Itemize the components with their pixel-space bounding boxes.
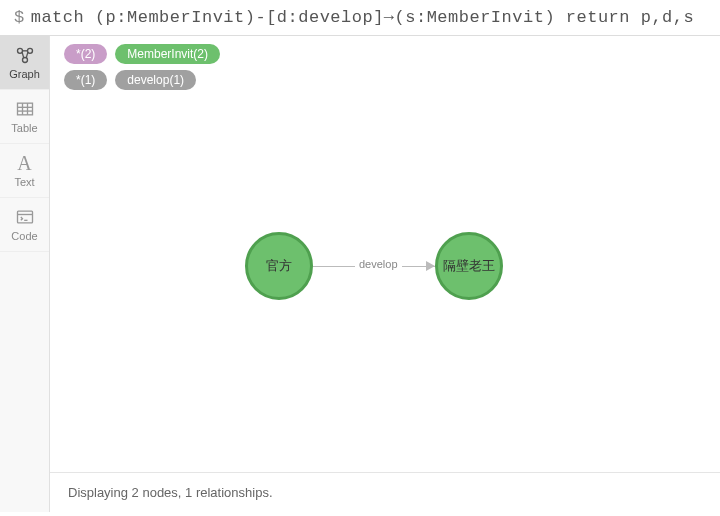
graph-node[interactable]: 隔壁老王 — [435, 232, 503, 300]
node-filter-row: *(2) MemberInvit(2) — [50, 36, 720, 68]
code-icon — [15, 207, 35, 227]
rel-filter-row: *(1) develop(1) — [50, 68, 720, 94]
main-panel: *(2) MemberInvit(2) *(1) develop(1) deve… — [50, 36, 720, 512]
filter-pill-all-nodes[interactable]: *(2) — [64, 44, 107, 64]
tab-graph[interactable]: Graph — [0, 36, 49, 90]
edge-label[interactable]: develop — [355, 258, 402, 270]
tab-label: Code — [11, 230, 37, 242]
view-tabs-sidebar: Graph Table A Text Code — [0, 36, 50, 512]
graph-node[interactable]: 官方 — [245, 232, 313, 300]
tab-label: Graph — [9, 68, 40, 80]
svg-rect-6 — [17, 103, 32, 115]
filter-pill-all-rels[interactable]: *(1) — [64, 70, 107, 90]
edge-arrow-icon — [426, 261, 435, 271]
text-icon: A — [17, 153, 31, 173]
tab-label: Table — [11, 122, 37, 134]
graph-canvas[interactable]: develop 官方 隔壁老王 — [50, 94, 720, 472]
filter-pill-develop[interactable]: develop(1) — [115, 70, 196, 90]
tab-text[interactable]: A Text — [0, 144, 49, 198]
prompt-symbol: $ — [14, 8, 25, 27]
svg-rect-11 — [17, 211, 32, 223]
svg-point-2 — [22, 58, 27, 63]
filter-pill-memberinvit[interactable]: MemberInvit(2) — [115, 44, 220, 64]
content: Graph Table A Text Code *(2) Me — [0, 36, 720, 512]
node-label: 官方 — [266, 257, 292, 275]
svg-line-3 — [22, 52, 24, 58]
status-text: Displaying 2 nodes, 1 relationships. — [68, 485, 273, 500]
node-label: 隔壁老王 — [443, 257, 495, 275]
svg-line-4 — [26, 52, 28, 58]
table-icon — [15, 99, 35, 119]
tab-label: Text — [14, 176, 34, 188]
query-text: match (p:MemberInvit)-[d:develop]→(s:Mem… — [31, 8, 695, 27]
status-footer: Displaying 2 nodes, 1 relationships. — [50, 472, 720, 512]
query-bar[interactable]: $match (p:MemberInvit)-[d:develop]→(s:Me… — [0, 0, 720, 36]
tab-table[interactable]: Table — [0, 90, 49, 144]
tab-code[interactable]: Code — [0, 198, 49, 252]
graph-icon — [15, 45, 35, 65]
